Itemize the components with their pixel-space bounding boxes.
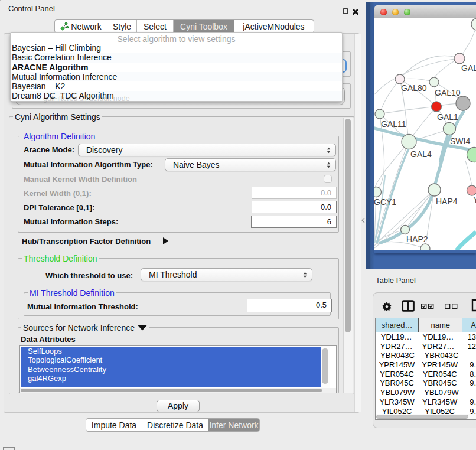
svg-text:Y: Y — [473, 195, 476, 204]
svg-text:SWI4: SWI4 — [450, 136, 470, 146]
svg-text:GAL4: GAL4 — [410, 149, 432, 159]
svg-text:GAL80: GAL80 — [401, 83, 427, 93]
svg-text:GAL10: GAL10 — [435, 88, 461, 97]
svg-text:GAL7: GAL7 — [461, 63, 476, 73]
svg-text:GAL1: GAL1 — [437, 112, 458, 122]
svg-text:GCY1: GCY1 — [374, 197, 396, 207]
svg-text:GAL11: GAL11 — [381, 119, 406, 129]
svg-text:HAP2: HAP2 — [406, 234, 428, 244]
svg-text:HAP4: HAP4 — [436, 197, 458, 206]
